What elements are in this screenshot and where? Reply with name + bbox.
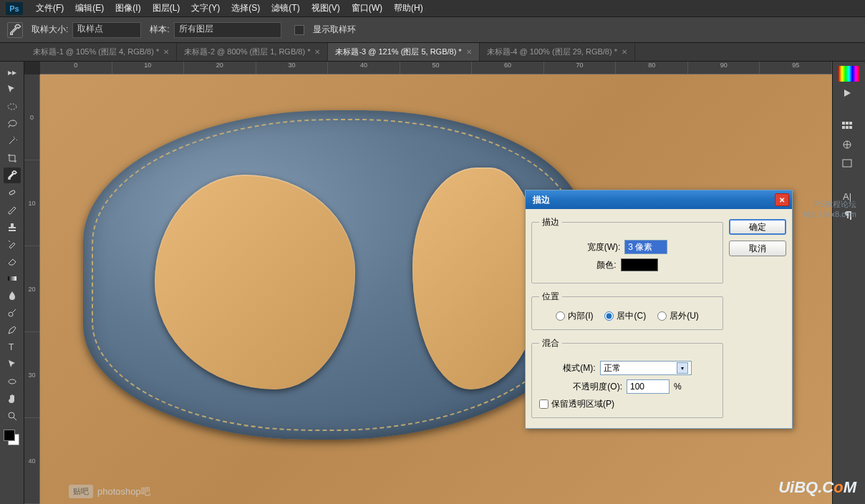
blur-tool-icon[interactable]	[4, 288, 21, 304]
crop-tool-icon[interactable]	[4, 150, 21, 166]
options-bar: 取样大小: 取样点 样本: 所有图层 显示取样环	[0, 17, 865, 43]
width-input[interactable]	[624, 240, 667, 254]
doc-tab-3[interactable]: 未标题-3 @ 121% (图层 5, RGB/8) *✕	[328, 43, 479, 61]
blend-group: 混合 模式(M): 正常 ▾ 不透明度(O): % 保留透明区域(P)	[531, 337, 723, 418]
forum-watermark: PS教程论坛 bbs.16xx8.com	[803, 199, 856, 218]
history-brush-icon[interactable]	[4, 236, 21, 252]
opacity-unit: %	[674, 382, 682, 392]
path-select-icon[interactable]	[4, 357, 21, 372]
stroke-group: 描边 宽度(W): 颜色:	[531, 216, 723, 284]
hand-tool-icon[interactable]	[4, 391, 21, 407]
shape-tool-icon[interactable]	[4, 374, 21, 389]
dodge-tool-icon[interactable]	[4, 305, 21, 321]
svg-rect-14	[843, 160, 851, 167]
svg-point-5	[9, 379, 16, 384]
app-logo: Ps	[6, 2, 23, 15]
sample-size-label: 取样大小:	[32, 24, 68, 36]
close-icon[interactable]: ✕	[775, 193, 789, 206]
chevron-down-icon[interactable]: ▾	[677, 362, 688, 374]
tab-label: 未标题-1 @ 105% (图层 4, RGB/8) *	[33, 47, 159, 57]
preserve-transparency-checkbox[interactable]	[539, 399, 549, 409]
close-icon[interactable]: ✕	[466, 48, 472, 56]
doc-tab-2[interactable]: 未标题-2 @ 800% (图层 1, RGB/8) *✕	[177, 43, 328, 61]
menu-help[interactable]: 帮助(H)	[388, 2, 429, 14]
stamp-tool-icon[interactable]	[4, 219, 21, 235]
doc-tab-4[interactable]: 未标题-4 @ 100% (图层 29, RGB/8) *✕	[480, 43, 635, 61]
close-icon[interactable]: ✕	[163, 48, 169, 56]
tab-label: 未标题-3 @ 121% (图层 5, RGB/8) *	[335, 47, 461, 57]
sample-label: 样本:	[150, 24, 169, 36]
color-label: 颜色:	[596, 259, 616, 271]
position-outside-radio[interactable]: 居外(U)	[657, 310, 699, 322]
heal-tool-icon[interactable]	[4, 185, 21, 200]
svg-rect-8	[846, 122, 849, 125]
eraser-tool-icon[interactable]	[4, 253, 21, 269]
cancel-button[interactable]: 取消	[729, 241, 786, 256]
sample-select[interactable]: 所有图层	[174, 22, 281, 38]
doc-tab-1[interactable]: 未标题-1 @ 105% (图层 4, RGB/8) *✕	[26, 43, 177, 61]
wand-tool-icon[interactable]	[4, 133, 21, 149]
menu-select[interactable]: 选择(S)	[226, 2, 266, 14]
eyedropper-indicator-icon[interactable]	[7, 22, 23, 38]
mode-value: 正常	[604, 362, 621, 374]
menu-image[interactable]: 图像(I)	[110, 2, 146, 14]
opacity-label: 不透明度(O):	[573, 381, 622, 393]
menu-layer[interactable]: 图层(L)	[147, 2, 186, 14]
lasso-tool-icon[interactable]	[4, 116, 21, 132]
menu-edit[interactable]: 编辑(E)	[69, 2, 110, 14]
close-icon[interactable]: ✕	[314, 48, 320, 56]
eyedropper-tool-icon[interactable]	[4, 168, 21, 183]
menu-type[interactable]: 文字(Y)	[185, 2, 226, 14]
psbar-text: photoshop吧	[97, 485, 150, 498]
svg-point-0	[8, 104, 16, 110]
close-icon[interactable]: ✕	[622, 48, 627, 56]
expand-icon[interactable]: ▸▸	[4, 64, 21, 80]
sample-size-select[interactable]: 取样点	[72, 22, 141, 38]
position-group: 位置 内部(I) 居中(C) 居外(U)	[531, 291, 723, 330]
gradient-tool-icon[interactable]	[4, 271, 21, 286]
menu-window[interactable]: 窗口(W)	[346, 2, 388, 14]
mode-combobox[interactable]: 正常 ▾	[600, 361, 692, 375]
opacity-input[interactable]	[627, 379, 670, 394]
adjustments-icon[interactable]	[836, 136, 859, 153]
foreground-color-swatch[interactable]	[4, 430, 15, 441]
color-swatch[interactable]	[621, 258, 658, 271]
toolbox: ▸▸ T	[0, 62, 24, 504]
styles-icon[interactable]	[836, 155, 859, 172]
tab-label: 未标题-4 @ 100% (图层 29, RGB/8) *	[487, 47, 617, 57]
swatches-icon[interactable]	[836, 117, 859, 135]
move-tool-icon[interactable]	[4, 82, 21, 97]
color-swatches[interactable]	[4, 430, 21, 447]
play-icon[interactable]	[836, 84, 859, 102]
marquee-tool-icon[interactable]	[4, 99, 21, 115]
baidu-watermark: 贴吧 photoshop吧	[69, 485, 150, 498]
right-panel-dock: A|	[832, 62, 865, 504]
ok-button[interactable]: 确定	[729, 219, 786, 235]
brush-tool-icon[interactable]	[4, 202, 21, 218]
dialog-titlebar[interactable]: 描边 ✕	[526, 190, 792, 209]
svg-rect-10	[842, 126, 845, 129]
width-label: 宽度(W):	[587, 241, 621, 253]
dialog-title: 描边	[533, 194, 550, 206]
vertical-ruler[interactable]: 010203040	[24, 74, 40, 504]
position-inside-radio[interactable]: 内部(I)	[556, 310, 593, 322]
position-center-radio[interactable]: 居中(C)	[604, 310, 646, 322]
menu-filter[interactable]: 滤镜(T)	[266, 2, 305, 14]
svg-rect-9	[849, 122, 852, 125]
type-tool-icon[interactable]: T	[4, 339, 21, 355]
color-panel-icon[interactable]	[839, 66, 859, 82]
blend-group-label: 混合	[539, 337, 562, 349]
svg-point-6	[9, 412, 14, 418]
menu-file[interactable]: 文件(F)	[30, 2, 69, 14]
show-ring-label: 显示取样环	[313, 24, 356, 36]
tab-label: 未标题-2 @ 800% (图层 1, RGB/8) *	[184, 47, 310, 57]
horizontal-ruler[interactable]: 010203040506070809095	[40, 62, 832, 74]
pen-tool-icon[interactable]	[4, 322, 21, 338]
menu-view[interactable]: 视图(V)	[306, 2, 346, 14]
svg-point-3	[9, 312, 13, 316]
zoom-tool-icon[interactable]	[4, 408, 21, 424]
preserve-label: 保留透明区域(P)	[551, 398, 614, 410]
show-ring-checkbox[interactable]	[294, 25, 304, 35]
svg-rect-1	[9, 190, 15, 195]
baidu-badge: 贴吧	[69, 485, 93, 498]
